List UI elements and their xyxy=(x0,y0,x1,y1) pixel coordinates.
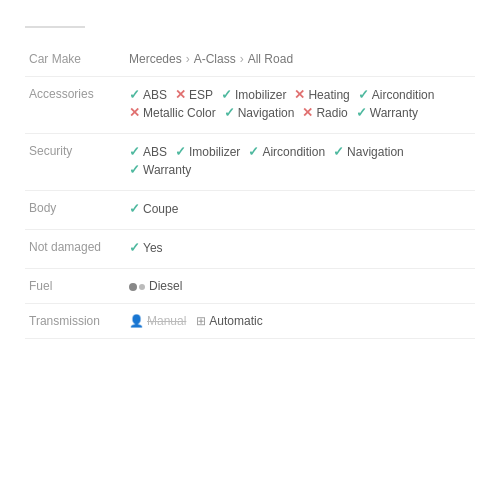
fuel-value: Diesel xyxy=(129,279,182,293)
list-item: ✓Navigation xyxy=(333,144,404,159)
tags-wrap: ✓ABS✓Imobilizer✓Aircondition✓Navigation✓… xyxy=(129,144,471,180)
automatic-transmission-icon: ⊞ xyxy=(196,314,206,328)
attr-label: Fuel xyxy=(25,269,125,304)
tag-label: Radio xyxy=(316,106,347,120)
attr-value: Mercedes›A-Class›All Road xyxy=(125,42,475,77)
list-item: ✓Warranty xyxy=(356,105,418,120)
transmission-label: Automatic xyxy=(209,314,262,328)
tag-label: Navigation xyxy=(347,145,404,159)
tag-label: Imobilizer xyxy=(189,145,240,159)
check-icon: ✓ xyxy=(248,144,259,159)
tag-label: ABS xyxy=(143,88,167,102)
table-row: FuelDiesel xyxy=(25,269,475,304)
list-item: ✓ABS xyxy=(129,87,167,102)
tag-label: Warranty xyxy=(370,106,418,120)
tag-label: Navigation xyxy=(238,106,295,120)
breadcrumb-separator: › xyxy=(240,52,244,66)
list-item: ✓Navigation xyxy=(224,105,295,120)
list-item: ✓ABS xyxy=(129,144,167,159)
transmission-label: Manual xyxy=(147,314,186,328)
breadcrumb-item: A-Class xyxy=(194,52,236,66)
attr-value: Diesel xyxy=(125,269,475,304)
list-item: ✓Aircondition xyxy=(358,87,435,102)
tag-label: ABS xyxy=(143,145,167,159)
check-icon: ✓ xyxy=(356,105,367,120)
table-row: Body✓Coupe xyxy=(25,191,475,230)
tag-label: Metallic Color xyxy=(143,106,216,120)
cross-icon: ✕ xyxy=(294,87,305,102)
tag-label: Aircondition xyxy=(262,145,325,159)
table-row: Transmission👤Manual⊞Automatic xyxy=(25,304,475,339)
list-item: ✓Coupe xyxy=(129,201,178,216)
table-row: Not damaged✓Yes xyxy=(25,230,475,269)
attr-label: Security xyxy=(25,134,125,191)
breadcrumb-item: All Road xyxy=(248,52,293,66)
tags-wrap: ✓Yes xyxy=(129,240,471,258)
attr-label: Car Make xyxy=(25,42,125,77)
tags-wrap: ✓Coupe xyxy=(129,201,471,219)
check-icon: ✓ xyxy=(175,144,186,159)
list-item: ✓Imobilizer xyxy=(221,87,286,102)
table-row: Car MakeMercedes›A-Class›All Road xyxy=(25,42,475,77)
transmission-value: 👤Manual⊞Automatic xyxy=(129,314,273,328)
fuel-text: Diesel xyxy=(149,279,182,293)
tag-label: Imobilizer xyxy=(235,88,286,102)
list-item: ✓Yes xyxy=(129,240,163,255)
attr-value: ✓Yes xyxy=(125,230,475,269)
breadcrumb-separator: › xyxy=(186,52,190,66)
section-divider xyxy=(25,26,85,28)
table-row: Accessories✓ABS✕ESP✓Imobilizer✕Heating✓A… xyxy=(25,77,475,134)
breadcrumb-item: Mercedes xyxy=(129,52,182,66)
tag-label: ESP xyxy=(189,88,213,102)
check-icon: ✓ xyxy=(224,105,235,120)
attributes-table: Car MakeMercedes›A-Class›All RoadAccesso… xyxy=(25,42,475,339)
manual-transmission-icon: 👤 xyxy=(129,314,144,328)
list-item: ✕Metallic Color xyxy=(129,105,216,120)
tag-label: Heating xyxy=(308,88,349,102)
list-item: ✕Radio xyxy=(302,105,347,120)
tag-label: Yes xyxy=(143,241,163,255)
cross-icon: ✕ xyxy=(302,105,313,120)
attr-label: Not damaged xyxy=(25,230,125,269)
fuel-dot-icon xyxy=(129,283,137,291)
attr-value: ✓ABS✓Imobilizer✓Aircondition✓Navigation✓… xyxy=(125,134,475,191)
list-item: ✕ESP xyxy=(175,87,213,102)
tag-label: Warranty xyxy=(143,163,191,177)
list-item: ✓Imobilizer xyxy=(175,144,240,159)
check-icon: ✓ xyxy=(129,201,140,216)
check-icon: ✓ xyxy=(129,162,140,177)
list-item: ✓Warranty xyxy=(129,162,191,177)
check-icon: ✓ xyxy=(358,87,369,102)
attr-value: ✓ABS✕ESP✓Imobilizer✕Heating✓Aircondition… xyxy=(125,77,475,134)
cross-icon: ✕ xyxy=(175,87,186,102)
tags-wrap: ✓ABS✕ESP✓Imobilizer✕Heating✓Aircondition… xyxy=(129,87,471,123)
check-icon: ✓ xyxy=(129,240,140,255)
attr-label: Accessories xyxy=(25,77,125,134)
cross-icon: ✕ xyxy=(129,105,140,120)
fuel-dot2-icon xyxy=(139,284,145,290)
table-row: Security✓ABS✓Imobilizer✓Aircondition✓Nav… xyxy=(25,134,475,191)
attr-label: Transmission xyxy=(25,304,125,339)
list-item: ✕Heating xyxy=(294,87,349,102)
check-icon: ✓ xyxy=(221,87,232,102)
check-icon: ✓ xyxy=(129,87,140,102)
check-icon: ✓ xyxy=(333,144,344,159)
attr-value: ✓Coupe xyxy=(125,191,475,230)
tag-label: Aircondition xyxy=(372,88,435,102)
tag-label: Coupe xyxy=(143,202,178,216)
check-icon: ✓ xyxy=(129,144,140,159)
attr-label: Body xyxy=(25,191,125,230)
list-item: ✓Aircondition xyxy=(248,144,325,159)
attr-value: 👤Manual⊞Automatic xyxy=(125,304,475,339)
